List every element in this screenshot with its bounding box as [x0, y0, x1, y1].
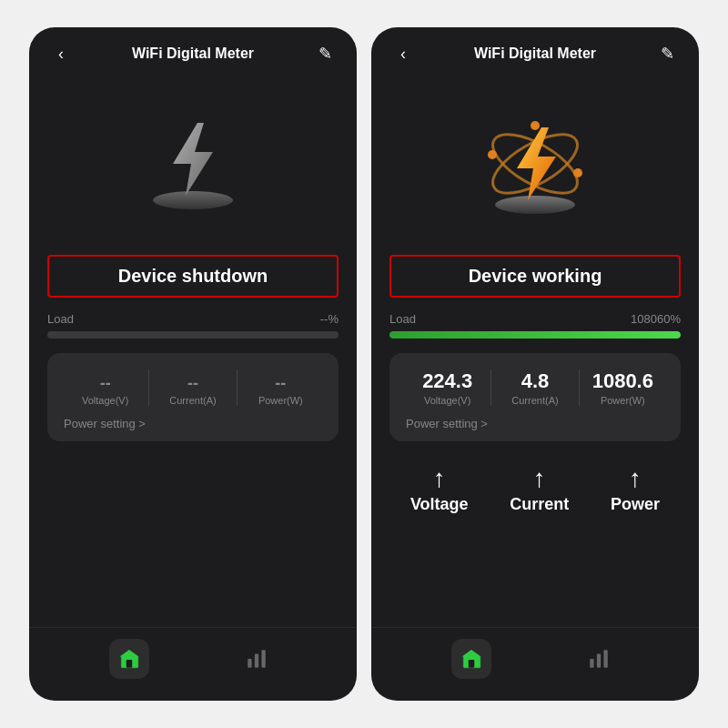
- left-power-unit: Power(W): [238, 395, 324, 406]
- current-annotation: ↑ Current: [510, 466, 569, 514]
- left-power-setting[interactable]: Power setting >: [62, 413, 324, 430]
- svg-point-10: [531, 121, 540, 130]
- right-home-icon: [460, 647, 483, 671]
- svg-point-11: [495, 196, 575, 214]
- right-voltage-metric: 224.3 Voltage(V): [404, 369, 490, 406]
- svg-point-8: [488, 150, 497, 159]
- right-device-image: [371, 73, 699, 255]
- svg-rect-5: [261, 650, 265, 668]
- annotation-row: ↑ Voltage ↑ Current ↑ Power: [371, 466, 699, 514]
- left-voltage-value: --: [62, 374, 148, 393]
- annotation-area: ↑ Voltage ↑ Current ↑ Power: [371, 441, 699, 514]
- svg-rect-2: [126, 660, 133, 668]
- right-voltage-unit: Voltage(V): [404, 395, 490, 406]
- svg-rect-16: [603, 650, 607, 668]
- right-power-setting[interactable]: Power setting >: [404, 413, 666, 430]
- left-voltage-unit: Voltage(V): [62, 395, 148, 406]
- svg-point-9: [573, 168, 582, 177]
- right-chart-icon: [587, 647, 611, 671]
- working-bolt-icon: [476, 109, 594, 218]
- right-header-title: WiFi Digital Meter: [417, 46, 653, 62]
- left-load-bar: [47, 331, 339, 339]
- voltage-annotation: ↑ Voltage: [410, 466, 469, 514]
- right-power-value: 1080.6: [580, 369, 666, 393]
- current-arrow-icon: ↑: [533, 466, 546, 491]
- power-arrow-icon: ↑: [629, 466, 642, 491]
- right-phone-card: ‹ WiFi Digital Meter ✎: [371, 27, 699, 701]
- left-nav-chart-button[interactable]: [237, 639, 277, 679]
- left-edit-button[interactable]: ✎: [311, 44, 339, 64]
- left-load-value: --%: [320, 312, 339, 326]
- right-status-box: Device working: [389, 255, 681, 298]
- voltage-arrow-icon: ↑: [433, 466, 446, 491]
- right-nav-home-button[interactable]: [451, 639, 491, 679]
- right-current-metric: 4.8 Current(A): [491, 369, 578, 406]
- left-chart-icon: [245, 647, 268, 671]
- left-load-label: Load: [47, 312, 74, 326]
- left-device-image: [29, 73, 357, 255]
- svg-rect-15: [597, 654, 601, 668]
- power-annotation: ↑ Power: [611, 466, 660, 514]
- left-power-metric: -- Power(W): [238, 374, 324, 406]
- left-current-metric: -- Current(A): [149, 374, 236, 406]
- left-load-section: Load --%: [29, 312, 357, 339]
- right-metrics-row: 224.3 Voltage(V) 4.8 Current(A) 1080.6 P…: [404, 369, 666, 406]
- right-power-metric: 1080.6 Power(W): [580, 369, 666, 406]
- right-back-button[interactable]: ‹: [389, 45, 417, 64]
- svg-rect-14: [590, 659, 593, 668]
- svg-rect-3: [248, 659, 251, 668]
- svg-rect-13: [469, 660, 475, 668]
- left-header-title: WiFi Digital Meter: [75, 46, 311, 62]
- left-metrics-row: -- Voltage(V) -- Current(A) -- Power(W): [62, 369, 324, 406]
- svg-rect-4: [255, 654, 258, 668]
- left-status-box: Device shutdown: [47, 255, 339, 298]
- right-bottom-nav: [371, 627, 699, 701]
- left-bottom-nav: [29, 627, 357, 701]
- right-load-value: 108060%: [631, 312, 681, 326]
- right-status-text: Device working: [469, 266, 602, 286]
- right-load-section: Load 108060%: [371, 312, 699, 339]
- left-nav-home-button[interactable]: [109, 639, 149, 679]
- right-edit-button[interactable]: ✎: [653, 44, 681, 64]
- svg-point-0: [153, 191, 233, 209]
- right-current-unit: Current(A): [491, 395, 578, 406]
- right-header: ‹ WiFi Digital Meter ✎: [371, 27, 699, 73]
- right-voltage-value: 224.3: [404, 369, 490, 393]
- left-home-icon: [117, 647, 141, 671]
- right-load-bar-fill: [389, 331, 681, 339]
- left-phone-card: ‹ WiFi Digital Meter ✎ Device shutdown: [29, 27, 357, 701]
- left-voltage-metric: -- Voltage(V): [62, 374, 148, 406]
- left-header: ‹ WiFi Digital Meter ✎: [29, 27, 357, 73]
- right-load-bar: [389, 331, 681, 339]
- right-power-unit: Power(W): [580, 395, 666, 406]
- svg-marker-1: [173, 123, 213, 196]
- left-back-button[interactable]: ‹: [47, 45, 75, 64]
- left-metrics-card: -- Voltage(V) -- Current(A) -- Power(W) …: [47, 353, 339, 441]
- right-current-value: 4.8: [491, 369, 578, 393]
- right-nav-chart-button[interactable]: [579, 639, 619, 679]
- shutdown-bolt-icon: [147, 114, 238, 214]
- left-current-value: --: [149, 374, 236, 393]
- left-status-text: Device shutdown: [118, 266, 268, 286]
- right-metrics-card: 224.3 Voltage(V) 4.8 Current(A) 1080.6 P…: [389, 353, 681, 441]
- left-power-value: --: [238, 374, 324, 393]
- current-annotation-label: Current: [510, 495, 569, 514]
- voltage-annotation-label: Voltage: [410, 495, 469, 514]
- power-annotation-label: Power: [611, 495, 660, 514]
- svg-marker-12: [517, 127, 556, 200]
- left-current-unit: Current(A): [149, 395, 236, 406]
- right-load-label: Load: [389, 312, 416, 326]
